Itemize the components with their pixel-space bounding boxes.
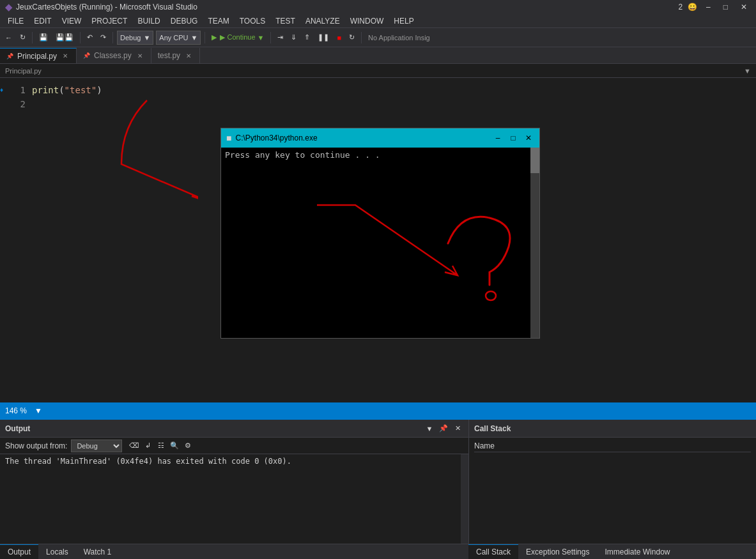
callstack-bottom-tabs: Call Stack Exception Settings Immediate …	[468, 544, 756, 559]
line-numbers: 1 2	[6, 78, 32, 402]
menu-window[interactable]: WINDOW	[345, 14, 389, 28]
title-bar: ◆ JeuxCartesObjets (Running) - Microsoft…	[0, 0, 756, 14]
menu-file[interactable]: FILE	[3, 14, 29, 28]
toolbar: ← ↻ 💾 💾💾 ↶ ↷ Debug ▼ Any CPU ▼ ▶ ▶ Conti…	[0, 28, 756, 47]
toolbar-sep-3	[112, 32, 113, 43]
output-panel-title: Output	[5, 424, 30, 433]
smiley-icon: 😀	[688, 3, 697, 11]
restart-btn[interactable]: ↻	[346, 31, 357, 45]
menu-tools[interactable]: TOOLS	[235, 14, 270, 28]
tab-classes[interactable]: 📌 Classes.py ✕	[77, 48, 151, 63]
breadcrumb: Principal.py ▼	[0, 64, 756, 78]
console-scrollbar[interactable]	[530, 148, 539, 338]
output-dropdown-btn[interactable]: ▼	[424, 423, 435, 434]
callstack-header: Call Stack	[469, 420, 756, 438]
tab-close-classes[interactable]: ✕	[135, 51, 144, 60]
console-minimize-btn[interactable]: –	[492, 132, 504, 144]
code-line-1: print("test")	[32, 83, 756, 97]
zoom-level[interactable]: 146 %	[5, 406, 27, 415]
play-icon: ▶	[212, 33, 217, 42]
console-scroll-thumb[interactable]	[530, 148, 539, 173]
tab-label-test: test.py	[158, 51, 180, 60]
callstack-panel: Call Stack Name Call Stack Exception Set…	[468, 420, 756, 559]
bottom-panel: Output ▼ 📌 ✕ Show output from: Debug ⌫ ↲…	[0, 418, 756, 559]
tab-bar: 📌 Principal.py ✕ 📌 Classes.py ✕ test.py …	[0, 47, 756, 64]
bottom-tab-locals[interactable]: Locals	[38, 544, 76, 560]
tab-test[interactable]: test.py ✕	[151, 48, 200, 63]
menu-build[interactable]: BUILD	[132, 14, 165, 28]
debug-config-dropdown[interactable]: Debug ▼	[117, 31, 153, 45]
console-drawing	[221, 148, 539, 338]
bottom-tab-output[interactable]: Output	[0, 544, 38, 560]
pause-btn[interactable]: ❚❚	[315, 31, 332, 45]
breadcrumb-arrow: ▼	[744, 67, 751, 75]
toolbar-forward-btn[interactable]: ↻	[17, 31, 28, 45]
cpu-dropdown[interactable]: Any CPU ▼	[156, 31, 201, 45]
toolbar-sep-1	[32, 32, 33, 43]
tab-principal[interactable]: 📌 Principal.py ✕	[0, 48, 77, 63]
window-title: JeuxCartesObjets (Running) - Microsoft V…	[16, 3, 197, 11]
output-pin-btn[interactable]: 📌	[438, 423, 449, 434]
minimize-btn[interactable]: –	[702, 3, 714, 11]
toolbar-undo-btn[interactable]: ↶	[84, 31, 95, 45]
bottom-tab-exception-settings[interactable]: Exception Settings	[518, 544, 597, 560]
console-close-btn[interactable]: ✕	[523, 132, 534, 144]
tab-pin-icon-1: 📌	[6, 53, 13, 59]
output-close-btn[interactable]: ✕	[452, 423, 463, 434]
console-titlebar[interactable]: ■ C:\Python34\python.exe – □ ✕	[221, 128, 539, 148]
menu-edit[interactable]: EDIT	[29, 14, 56, 28]
bookmark-bar: ♦	[0, 78, 6, 402]
no-app-label: No Application Insig	[368, 34, 430, 42]
step-out-btn[interactable]: ⇑	[302, 31, 312, 45]
zoom-down-icon[interactable]: ▼	[35, 406, 42, 415]
maximize-btn[interactable]: □	[720, 3, 732, 11]
line-num-2: 2	[6, 97, 26, 111]
output-scrollbar[interactable]	[461, 454, 468, 544]
output-filter-btn[interactable]: ☷	[155, 440, 167, 452]
output-source-label: Show output from:	[5, 441, 67, 450]
output-panel: Output ▼ 📌 ✕ Show output from: Debug ⌫ ↲…	[0, 420, 468, 559]
bottom-tab-immediate-window[interactable]: Immediate Window	[597, 544, 677, 560]
stop-btn[interactable]: ■	[334, 31, 344, 45]
continue-button[interactable]: ▶ ▶ Continue ▼	[209, 31, 266, 45]
menu-view[interactable]: VIEW	[57, 14, 87, 28]
callstack-content: Name	[469, 438, 756, 559]
bottom-tab-callstack[interactable]: Call Stack	[468, 544, 518, 560]
bottom-tab-watch1[interactable]: Watch 1	[76, 544, 120, 560]
output-find-btn[interactable]: 🔍	[169, 440, 180, 452]
output-settings-btn[interactable]: ⚙	[182, 440, 194, 452]
step-over-btn[interactable]: ⇥	[275, 31, 286, 45]
menu-test[interactable]: TEST	[270, 14, 300, 28]
toolbar-sep-5	[270, 32, 271, 43]
tab-close-test[interactable]: ✕	[184, 51, 193, 60]
output-text: The thread 'MainThread' (0x4fe4) has exi…	[5, 457, 291, 466]
output-header: Output ▼ 📌 ✕	[0, 420, 468, 438]
output-content: The thread 'MainThread' (0x4fe4) has exi…	[0, 454, 461, 544]
output-panel-toolbar: ▼ 📌 ✕	[424, 423, 463, 434]
toolbar-sep-4	[204, 32, 205, 43]
output-clear-btn[interactable]: ⌫	[128, 440, 140, 452]
output-source-bar: Show output from: Debug ⌫ ↲ ☷ 🔍 ⚙	[0, 438, 468, 454]
tab-label-principal: Principal.py	[17, 52, 57, 61]
breadcrumb-text: Principal.py	[5, 67, 42, 75]
tab-close-principal[interactable]: ✕	[61, 52, 70, 61]
console-maximize-btn[interactable]: □	[507, 132, 519, 144]
menu-team[interactable]: TEAM	[203, 14, 234, 28]
toolbar-sep-2	[80, 32, 81, 43]
toolbar-redo-btn[interactable]: ↷	[98, 31, 109, 45]
tab-label-classes: Classes.py	[94, 51, 132, 60]
toolbar-save-btn[interactable]: 💾	[36, 31, 50, 45]
step-into-btn[interactable]: ⇓	[288, 31, 299, 45]
status-zoom-bar: 146 % ▼	[0, 402, 756, 418]
menu-debug[interactable]: DEBUG	[166, 14, 203, 28]
close-btn[interactable]: ✕	[737, 3, 751, 11]
menu-project[interactable]: PROJECT	[86, 14, 132, 28]
menu-bar: FILE EDIT VIEW PROJECT BUILD DEBUG TEAM …	[0, 14, 756, 28]
toolbar-back-btn[interactable]: ←	[3, 31, 15, 45]
title-bar-right: 2 😀 – □ ✕	[678, 3, 751, 11]
menu-help[interactable]: HELP	[389, 14, 419, 28]
output-source-dropdown[interactable]: Debug	[71, 440, 122, 452]
output-wrap-btn[interactable]: ↲	[142, 440, 153, 452]
menu-analyze[interactable]: ANALYZE	[300, 14, 345, 28]
toolbar-saveall-btn[interactable]: 💾💾	[53, 31, 76, 45]
